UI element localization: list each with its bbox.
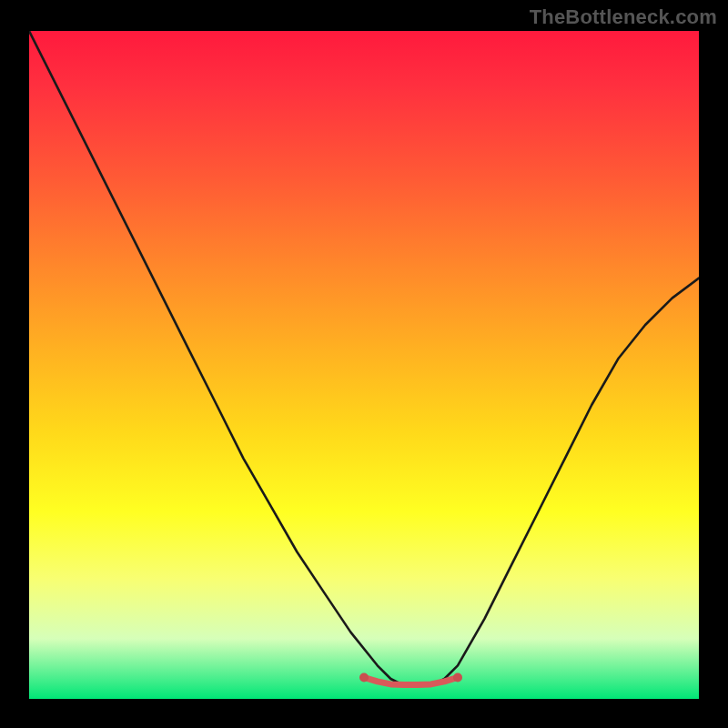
chart-frame: TheBottleneck.com (0, 0, 728, 728)
plot-area (29, 31, 699, 699)
curve-layer (29, 31, 699, 699)
optimal-range-highlight (364, 678, 458, 685)
watermark-text: TheBottleneck.com (530, 5, 717, 29)
bottleneck-curve (29, 31, 699, 685)
optimal-range-end-dot (453, 673, 462, 682)
optimal-range-start-dot (359, 673, 369, 682)
